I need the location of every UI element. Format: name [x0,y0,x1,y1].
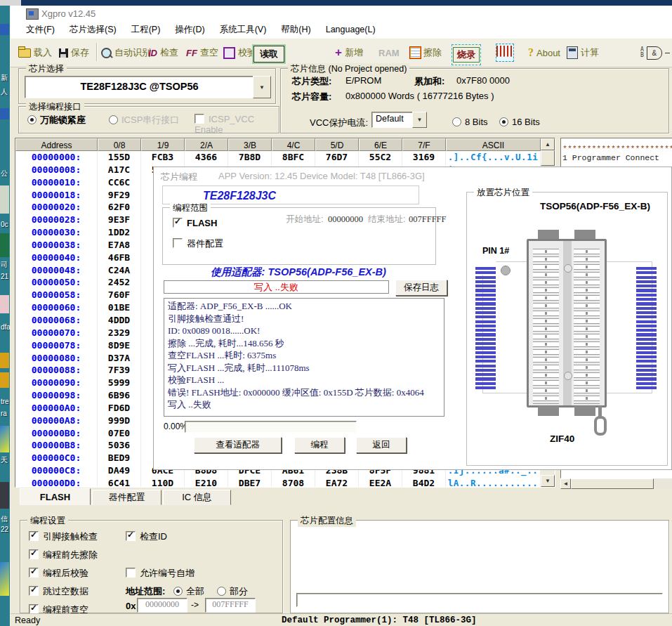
hex-cell[interactable]: B4D2 [402,477,446,488]
desktop-icon[interactable] [0,353,9,368]
check-id-checkbox[interactable]: ✓检查ID [126,530,167,543]
hex-header-col[interactable]: 6/E [359,138,402,151]
desktop-icon[interactable] [0,233,9,257]
chip-select-dropdown-button[interactable]: ▼ [253,76,271,98]
hex-header-col[interactable]: 2/A [185,138,228,151]
hex-cell[interactable]: BED9 [98,452,141,464]
hex-cell[interactable]: E7A8 [98,239,141,252]
ic-socket-button[interactable] [496,44,514,62]
save-button[interactable]: 保存 [59,44,89,62]
hex-cell[interactable]: 55C2 [359,151,402,164]
hex-cell[interactable]: 4DDD [98,314,141,327]
hex-cell[interactable]: 9E3F [98,214,141,226]
hex-cell[interactable]: CC6C [98,176,141,189]
hex-cell[interactable]: 46FB [98,252,141,264]
hex-cell[interactable]: 8BFC [272,151,315,164]
calculator-button[interactable]: 计算 [567,44,599,62]
tab-ic-info[interactable]: IC 信息 [163,490,231,505]
desktop-icon[interactable] [0,24,9,35]
hex-cell[interactable]: 4366 [185,151,228,164]
view-adapter-button[interactable]: 查看适配器 [194,437,282,453]
desktop-icon[interactable] [0,295,9,313]
hex-row[interactable]: 000000D0: 6C41 110D E210 DBE7 8708 EA72 … [15,477,541,488]
hex-cell[interactable]: 7F39 [98,364,141,377]
hex-cell[interactable]: 9F29 [98,189,141,202]
hex-cell[interactable]: FD6D [98,402,141,415]
bits16-radio[interactable]: 16 Bits [499,117,540,127]
hex-cell[interactable]: 6C41 [98,477,141,488]
hex-cell[interactable]: EE2A [359,477,402,488]
erase-button[interactable]: 擦除 [410,44,442,62]
menu-project[interactable]: 工程(P) [131,24,161,36]
device-config-checkbox[interactable]: 器件配置 [173,237,223,250]
desktop-icon[interactable] [0,185,9,214]
settings-checkbox[interactable]: ✓跳过空数据 [29,585,98,598]
hex-cell[interactable]: A17C [98,164,141,176]
range-all-radio[interactable]: 全部 [173,585,204,598]
load-button[interactable]: 载入 [18,44,52,62]
hex-header-col[interactable]: 7/F [402,138,446,151]
desktop-icon[interactable] [0,372,9,388]
hex-cell[interactable]: DA49 [98,464,141,477]
desktop-icon[interactable] [0,562,9,596]
horizontal-scrollbar[interactable]: ◄ [560,478,672,489]
scroll-left-button[interactable]: ◄ [560,478,571,489]
hex-cell[interactable]: 76D7 [315,151,359,164]
hex-cell[interactable]: 1DD2 [98,226,141,239]
hex-cell[interactable]: 2329 [98,327,141,339]
desktop-icon[interactable] [0,482,9,509]
socket-radio[interactable]: 万能锁紧座 [27,114,86,126]
return-button[interactable]: 返回 [356,437,407,453]
scrollbar-thumb[interactable] [541,150,555,166]
about-button[interactable]: ? About [528,44,560,62]
hex-header-col[interactable]: 1/9 [141,138,185,151]
menu-language[interactable]: Language(L) [326,25,376,34]
hex-cell[interactable]: 7B8D [228,151,272,164]
settings-checkbox[interactable]: ✓编程后校验 [29,567,98,580]
hex-cell[interactable]: 62F0 [98,201,141,214]
hex-ascii[interactable]: lA..R........... [446,477,541,488]
hex-cell[interactable]: 760F [98,289,141,301]
hex-header-col[interactable]: 4/C [272,138,315,151]
hex-cell[interactable]: 3169 [402,151,446,164]
hex-cell[interactable]: 07E0 [98,427,141,440]
hex-cell[interactable]: 110D [141,477,185,488]
burn-button[interactable]: 烧录 [452,44,481,65]
hex-cell[interactable]: 01BE [98,301,141,314]
read-button[interactable]: 读取 [253,45,284,63]
program-button[interactable]: 编程 [294,437,345,453]
hex-row[interactable]: 00000000: 155D FCB3 4366 7B8D 8BFC 76D7 … [15,151,541,164]
hex-header-col[interactable]: 0/8 [98,138,141,151]
chip-config-field[interactable] [296,593,663,607]
hex-ascii[interactable]: .]..Cf{...v.U.1i [446,151,541,164]
scrollbar-thumb[interactable] [571,478,654,489]
flash-checkbox[interactable]: ✓FLASH [173,218,217,228]
menu-system-tools[interactable]: 系统工具(V) [220,24,267,36]
menu-file[interactable]: 文件(F) [26,24,55,36]
menu-operation[interactable]: 操作(D) [175,24,204,36]
settings-checkbox[interactable]: ✓编程前先擦除 [29,549,98,561]
blank-check-button[interactable]: FF 查空 [186,44,218,62]
tab-flash[interactable]: FLASH [20,488,91,505]
vcc-current-select[interactable]: Default [371,112,417,128]
range-partial-radio[interactable]: 部分 [217,585,248,598]
scroll-up-button[interactable]: ▲ [541,138,555,150]
hex-header-ascii[interactable]: ASCII [446,138,541,151]
hex-cell[interactable]: E210 [185,477,228,488]
settings-checkbox[interactable]: ✓引脚接触检查 [29,530,98,543]
hex-cell[interactable]: 5036 [98,439,141,452]
hex-cell[interactable]: 999D [98,415,141,427]
scroll-down-button[interactable]: ▼ [541,475,555,487]
hex-cell[interactable]: C24A [98,264,141,277]
tab-device-config[interactable]: 器件配置 [92,490,162,505]
desktop-icon[interactable] [0,108,9,119]
hex-cell[interactable]: DBE7 [228,477,272,488]
range-from-field[interactable]: 00000000 [137,598,187,613]
chip-select-combobox[interactable]: TE28F128J3C @TSOP56 [25,76,254,98]
bits8-radio[interactable]: 8 Bits [452,117,488,127]
hex-header-col[interactable]: 5/D [315,138,359,151]
desktop-icon[interactable] [0,426,9,452]
hex-header-col[interactable]: 3/B [228,138,272,151]
menu-help[interactable]: 帮助(H) [281,24,310,36]
hex-cell[interactable]: FCB3 [141,151,185,164]
